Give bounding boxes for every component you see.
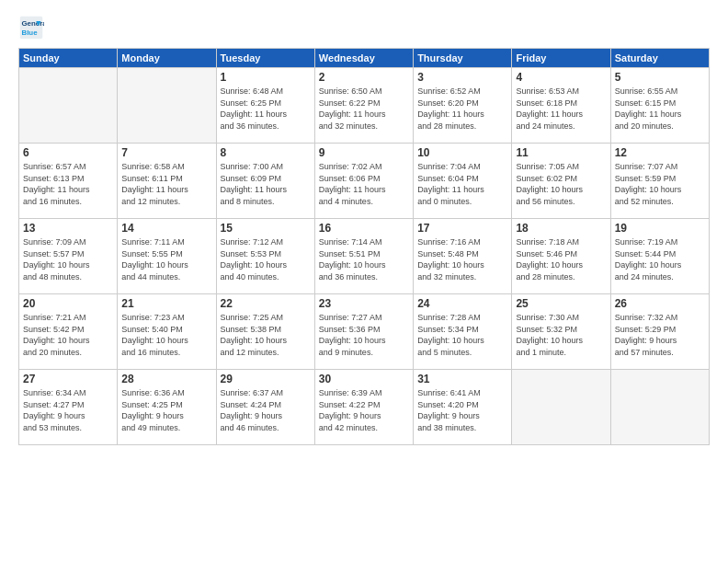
calendar-cell: 17Sunrise: 7:16 AM Sunset: 5:48 PM Dayli… [414,219,512,294]
day-info: Sunrise: 7:18 AM Sunset: 5:46 PM Dayligh… [516,236,606,282]
day-number: 12 [615,146,705,159]
day-header-wednesday: Wednesday [314,49,413,68]
day-number: 19 [615,222,705,235]
calendar-cell: 23Sunrise: 7:27 AM Sunset: 5:36 PM Dayli… [314,294,413,370]
day-info: Sunrise: 7:32 AM Sunset: 5:29 PM Dayligh… [615,312,705,358]
calendar-cell: 15Sunrise: 7:12 AM Sunset: 5:53 PM Dayli… [216,219,314,294]
day-info: Sunrise: 7:25 AM Sunset: 5:38 PM Dayligh… [221,312,311,358]
calendar-header-row: SundayMondayTuesdayWednesdayThursdayFrid… [19,49,710,68]
day-number: 5 [615,71,705,84]
day-info: Sunrise: 7:05 AM Sunset: 6:02 PM Dayligh… [516,161,606,207]
calendar-cell: 8Sunrise: 7:00 AM Sunset: 6:09 PM Daylig… [216,144,314,219]
calendar-cell: 19Sunrise: 7:19 AM Sunset: 5:44 PM Dayli… [610,219,709,294]
calendar: SundayMondayTuesdayWednesdayThursdayFrid… [18,48,710,445]
day-info: Sunrise: 7:19 AM Sunset: 5:44 PM Dayligh… [615,236,705,282]
day-header-thursday: Thursday [414,49,512,68]
calendar-cell: 28Sunrise: 6:36 AM Sunset: 4:25 PM Dayli… [118,370,216,445]
week-row-1: 6Sunrise: 6:57 AM Sunset: 6:13 PM Daylig… [19,144,710,219]
day-info: Sunrise: 6:55 AM Sunset: 6:15 PM Dayligh… [615,86,705,132]
day-info: Sunrise: 6:34 AM Sunset: 4:27 PM Dayligh… [23,387,113,433]
day-number: 13 [23,222,113,235]
svg-text:General: General [22,19,45,28]
day-info: Sunrise: 7:12 AM Sunset: 5:53 PM Dayligh… [221,236,311,282]
header: General Blue [18,15,710,40]
day-header-sunday: Sunday [19,49,118,68]
day-header-friday: Friday [512,49,610,68]
calendar-cell: 2Sunrise: 6:50 AM Sunset: 6:22 PM Daylig… [314,68,413,144]
calendar-cell: 11Sunrise: 7:05 AM Sunset: 6:02 PM Dayli… [512,144,610,219]
calendar-cell: 5Sunrise: 6:55 AM Sunset: 6:15 PM Daylig… [610,68,709,144]
calendar-cell: 10Sunrise: 7:04 AM Sunset: 6:04 PM Dayli… [414,144,512,219]
day-number: 15 [221,222,311,235]
day-info: Sunrise: 6:52 AM Sunset: 6:20 PM Dayligh… [417,86,507,132]
day-number: 23 [319,297,409,310]
calendar-cell: 18Sunrise: 7:18 AM Sunset: 5:46 PM Dayli… [512,219,610,294]
day-number: 24 [417,297,507,310]
day-number: 30 [319,373,409,385]
day-info: Sunrise: 6:41 AM Sunset: 4:20 PM Dayligh… [417,387,507,433]
day-number: 17 [417,222,507,235]
week-row-4: 27Sunrise: 6:34 AM Sunset: 4:27 PM Dayli… [19,370,710,445]
calendar-cell [19,68,118,144]
calendar-cell: 14Sunrise: 7:11 AM Sunset: 5:55 PM Dayli… [118,219,216,294]
day-info: Sunrise: 7:04 AM Sunset: 6:04 PM Dayligh… [417,161,507,207]
calendar-cell: 27Sunrise: 6:34 AM Sunset: 4:27 PM Dayli… [19,370,118,445]
calendar-cell: 16Sunrise: 7:14 AM Sunset: 5:51 PM Dayli… [314,219,413,294]
day-info: Sunrise: 7:23 AM Sunset: 5:40 PM Dayligh… [121,312,211,358]
day-info: Sunrise: 7:30 AM Sunset: 5:32 PM Dayligh… [516,312,606,358]
calendar-cell: 9Sunrise: 7:02 AM Sunset: 6:06 PM Daylig… [314,144,413,219]
week-row-2: 13Sunrise: 7:09 AM Sunset: 5:57 PM Dayli… [19,219,710,294]
day-info: Sunrise: 7:00 AM Sunset: 6:09 PM Dayligh… [221,161,311,207]
day-info: Sunrise: 7:14 AM Sunset: 5:51 PM Dayligh… [319,236,409,282]
calendar-cell: 21Sunrise: 7:23 AM Sunset: 5:40 PM Dayli… [118,294,216,370]
calendar-cell: 4Sunrise: 6:53 AM Sunset: 6:18 PM Daylig… [512,68,610,144]
calendar-cell: 1Sunrise: 6:48 AM Sunset: 6:25 PM Daylig… [216,68,314,144]
day-header-monday: Monday [118,49,216,68]
day-number: 22 [221,297,311,310]
calendar-cell: 22Sunrise: 7:25 AM Sunset: 5:38 PM Dayli… [216,294,314,370]
day-number: 25 [516,297,606,310]
day-info: Sunrise: 7:16 AM Sunset: 5:48 PM Dayligh… [417,236,507,282]
calendar-cell: 6Sunrise: 6:57 AM Sunset: 6:13 PM Daylig… [19,144,118,219]
calendar-body: 1Sunrise: 6:48 AM Sunset: 6:25 PM Daylig… [19,68,710,445]
day-number: 14 [121,222,211,235]
day-info: Sunrise: 6:57 AM Sunset: 6:13 PM Dayligh… [23,161,113,207]
day-info: Sunrise: 7:11 AM Sunset: 5:55 PM Dayligh… [121,236,211,282]
day-info: Sunrise: 6:48 AM Sunset: 6:25 PM Dayligh… [221,86,311,132]
calendar-cell: 30Sunrise: 6:39 AM Sunset: 4:22 PM Dayli… [314,370,413,445]
day-number: 18 [516,222,606,235]
day-number: 21 [121,297,211,310]
day-number: 20 [23,297,113,310]
day-info: Sunrise: 7:07 AM Sunset: 5:59 PM Dayligh… [615,161,705,207]
calendar-cell: 20Sunrise: 7:21 AM Sunset: 5:42 PM Dayli… [19,294,118,370]
svg-text:Blue: Blue [22,29,39,37]
calendar-cell: 26Sunrise: 7:32 AM Sunset: 5:29 PM Dayli… [610,294,709,370]
day-number: 31 [417,373,507,385]
day-info: Sunrise: 6:36 AM Sunset: 4:25 PM Dayligh… [121,387,211,433]
day-number: 10 [417,146,507,159]
logo: General Blue [18,15,44,40]
day-info: Sunrise: 6:37 AM Sunset: 4:24 PM Dayligh… [221,387,311,433]
calendar-cell: 24Sunrise: 7:28 AM Sunset: 5:34 PM Dayli… [414,294,512,370]
day-info: Sunrise: 7:27 AM Sunset: 5:36 PM Dayligh… [319,312,409,358]
day-info: Sunrise: 6:58 AM Sunset: 6:11 PM Dayligh… [121,161,211,207]
day-number: 8 [221,146,311,159]
day-number: 11 [516,146,606,159]
calendar-cell [610,370,709,445]
day-number: 28 [121,373,211,385]
day-info: Sunrise: 7:28 AM Sunset: 5:34 PM Dayligh… [417,312,507,358]
day-number: 7 [121,146,211,159]
day-number: 9 [319,146,409,159]
day-info: Sunrise: 6:53 AM Sunset: 6:18 PM Dayligh… [516,86,606,132]
day-number: 26 [615,297,705,310]
calendar-cell: 31Sunrise: 6:41 AM Sunset: 4:20 PM Dayli… [414,370,512,445]
calendar-cell [118,68,216,144]
day-number: 16 [319,222,409,235]
week-row-0: 1Sunrise: 6:48 AM Sunset: 6:25 PM Daylig… [19,68,710,144]
week-row-3: 20Sunrise: 7:21 AM Sunset: 5:42 PM Dayli… [19,294,710,370]
day-number: 6 [23,146,113,159]
day-header-tuesday: Tuesday [216,49,314,68]
day-info: Sunrise: 6:39 AM Sunset: 4:22 PM Dayligh… [319,387,409,433]
calendar-cell: 3Sunrise: 6:52 AM Sunset: 6:20 PM Daylig… [414,68,512,144]
day-info: Sunrise: 7:02 AM Sunset: 6:06 PM Dayligh… [319,161,409,207]
